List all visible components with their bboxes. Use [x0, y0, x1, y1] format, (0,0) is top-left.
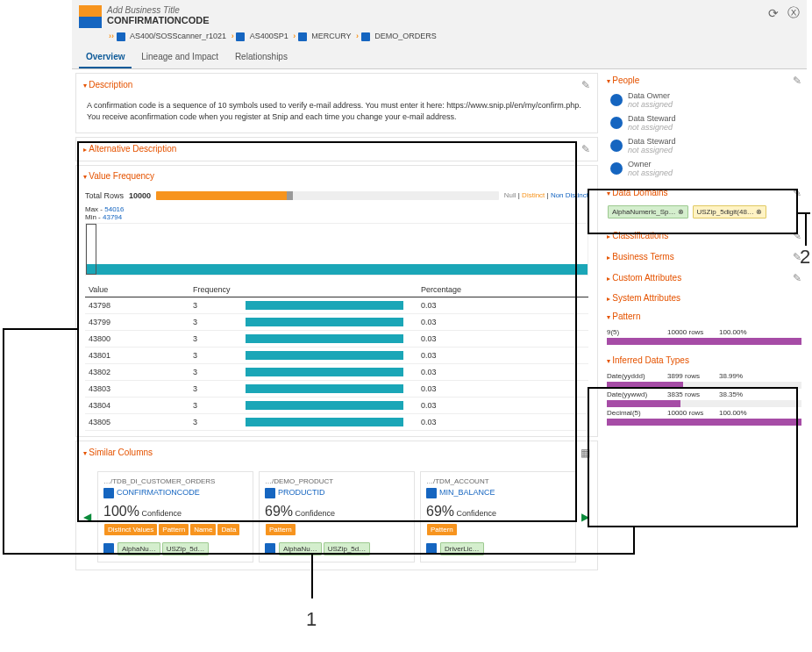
not-assigned-label: not assigned [628, 123, 673, 132]
meter-count: 10000 rows [667, 328, 716, 336]
business-terms-section: Business Terms ✎ [605, 249, 803, 265]
not-assigned-label: not assigned [628, 168, 673, 177]
business-terms-title[interactable]: Business Terms [607, 252, 674, 262]
match-tag: Pattern [159, 524, 189, 535]
column-type-icon [79, 5, 102, 28]
edit-icon[interactable]: ✎ [581, 143, 590, 155]
description-body: A confirmation code is a sequence of 10 … [76, 97, 597, 133]
annotation-box-1b [588, 387, 798, 527]
pattern-section: Pattern 9(5) 10000 rows 100.00% [605, 310, 803, 348]
annotation-line [3, 328, 4, 555]
annotation-line [311, 553, 313, 574]
breadcrumb-item[interactable]: MERCURY [311, 32, 351, 40]
meter-pct: 38.99% [719, 372, 754, 380]
meter-label: Date(yyddd) [607, 372, 664, 380]
resource-icon [236, 32, 245, 41]
meter-row: Date(yyddd) 3899 rows 38.99% [607, 370, 801, 382]
people-row: Data Ownernot assigned [605, 89, 803, 111]
chevron-icon: › [293, 32, 296, 40]
edit-icon[interactable]: ✎ [793, 272, 801, 284]
role-label: Data Steward [628, 137, 676, 146]
avatar-icon [610, 117, 623, 129]
detail-tabs: Overview Lineage and Impact Relationship… [72, 47, 807, 69]
people-row: Ownernot assigned [605, 157, 803, 180]
edit-icon[interactable]: ✎ [581, 79, 590, 91]
breadcrumb-item[interactable]: DEMO_ORDERS [374, 32, 437, 40]
header-text: Add Business Title CONFIRMATIONCODE [107, 5, 768, 25]
breadcrumb: ›› AS400/SOSScanner_r1021 › AS400SP1 › M… [72, 30, 807, 47]
resource-icon [298, 32, 307, 41]
people-title[interactable]: People [607, 75, 639, 85]
meter-bar [607, 338, 801, 345]
people-section: People ✎ Data Ownernot assigned Data Ste… [605, 73, 803, 180]
meter-pct: 100.00% [719, 328, 754, 336]
annotation-line [3, 553, 634, 555]
pattern-title[interactable]: Pattern [607, 312, 640, 321]
meter-count: 3899 rows [667, 372, 716, 380]
annotation-line [805, 214, 807, 246]
annotation-line [798, 212, 810, 214]
role-label: Data Owner [628, 91, 670, 100]
chevron-icon: ›› [109, 32, 114, 40]
description-title[interactable]: Description [83, 80, 132, 90]
match-tag: Distinct Values [104, 524, 157, 535]
match-tag: Pattern [266, 524, 296, 535]
not-assigned-label: not assigned [628, 146, 673, 154]
custom-attributes-section: Custom Attributes ✎ [605, 270, 803, 286]
annotation-box-2 [588, 189, 798, 234]
chevron-icon: › [231, 32, 234, 40]
avatar-icon [610, 162, 623, 175]
avatar-icon [610, 94, 623, 106]
refresh-icon[interactable]: ⟳ [768, 6, 779, 20]
annotation-line [3, 328, 77, 330]
match-tag: Pattern [427, 524, 457, 535]
resource-icon [361, 32, 370, 41]
meter-row: 9(5) 10000 rows 100.00% [607, 326, 801, 338]
people-row: Data Stewardnot assigned [605, 111, 803, 134]
breadcrumb-item[interactable]: AS400/SOSScanner_r1021 [130, 32, 226, 40]
meter-label: 9(5) [607, 328, 664, 336]
business-title-placeholder[interactable]: Add Business Title [107, 5, 768, 15]
tab-lineage[interactable]: Lineage and Impact [134, 47, 225, 67]
breadcrumb-item[interactable]: AS400SP1 [250, 32, 288, 40]
role-label: Data Steward [628, 114, 676, 123]
people-row: Data Stewardnot assigned [605, 134, 803, 157]
close-icon[interactable]: ⓧ [787, 5, 800, 21]
edit-icon[interactable]: ✎ [793, 75, 801, 87]
resource-icon [117, 32, 125, 41]
asset-name: CONFIRMATIONCODE [107, 15, 768, 25]
custom-attributes-title[interactable]: Custom Attributes [607, 273, 681, 283]
not-assigned-label: not assigned [628, 100, 673, 109]
asset-header: Add Business Title CONFIRMATIONCODE ⟳ ⓧ [72, 0, 807, 30]
system-attributes-title[interactable]: System Attributes [607, 293, 680, 303]
idt-title[interactable]: Inferred Data Types [607, 355, 689, 365]
match-tag: Data [217, 524, 239, 535]
match-tag: Name [190, 524, 216, 535]
chevron-icon: › [356, 32, 359, 40]
annotation-number-2: 2 [800, 246, 810, 269]
avatar-icon [610, 140, 623, 152]
annotation-line [633, 527, 635, 555]
description-panel: Description ✎ A confirmation code is a s… [75, 73, 598, 133]
role-label: Owner [628, 160, 652, 168]
annotation-box-1 [77, 141, 577, 522]
tab-overview[interactable]: Overview [79, 47, 132, 68]
tab-relationships[interactable]: Relationships [228, 47, 295, 67]
system-attributes-section: System Attributes [605, 291, 803, 305]
